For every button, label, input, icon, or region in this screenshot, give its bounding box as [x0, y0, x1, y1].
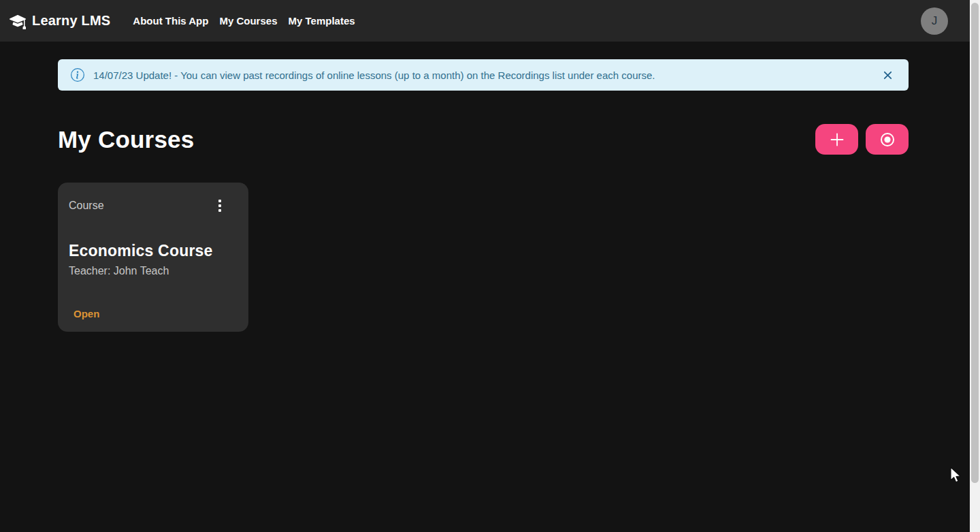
record-button[interactable] [866, 124, 909, 155]
add-course-button[interactable] [815, 124, 858, 155]
course-open-link[interactable]: Open [69, 308, 99, 319]
page-title: My Courses [58, 126, 194, 153]
scrollbar-thumb[interactable] [971, 3, 979, 483]
heading-row: My Courses [58, 124, 909, 155]
update-banner: 14/07/23 Update! - You can view past rec… [58, 59, 909, 91]
top-navbar: Learny LMS About This App My Courses My … [0, 0, 970, 42]
info-icon [71, 68, 84, 82]
course-menu-button[interactable] [214, 198, 225, 213]
mouse-cursor [949, 467, 962, 485]
brand[interactable]: Learny LMS [10, 13, 110, 29]
action-buttons [815, 124, 909, 155]
course-teacher: Teacher: John Teach [69, 265, 238, 277]
record-circle-icon [879, 131, 896, 148]
course-card: Course Economics Course Teacher: John Te… [58, 183, 248, 332]
brand-title: Learny LMS [32, 13, 110, 29]
banner-text: 14/07/23 Update! - You can view past rec… [93, 69, 655, 81]
course-type-label: Course [69, 200, 104, 212]
nav-link-my-templates[interactable]: My Templates [282, 10, 360, 32]
kebab-vertical-icon [218, 200, 221, 212]
scrollbar[interactable] [970, 0, 980, 532]
nav-link-my-courses[interactable]: My Courses [214, 10, 282, 32]
plus-icon [829, 131, 845, 148]
banner-close-button[interactable] [881, 69, 894, 82]
user-avatar[interactable]: J [921, 7, 948, 35]
graduation-cap-icon [10, 13, 26, 29]
close-icon [883, 70, 893, 80]
course-card-header: Course [69, 198, 238, 213]
main-nav: About This App My Courses My Templates [127, 10, 360, 32]
page-content: 14/07/23 Update! - You can view past rec… [58, 59, 909, 332]
nav-link-about-this-app[interactable]: About This App [127, 10, 214, 32]
course-title: Economics Course [69, 242, 238, 260]
